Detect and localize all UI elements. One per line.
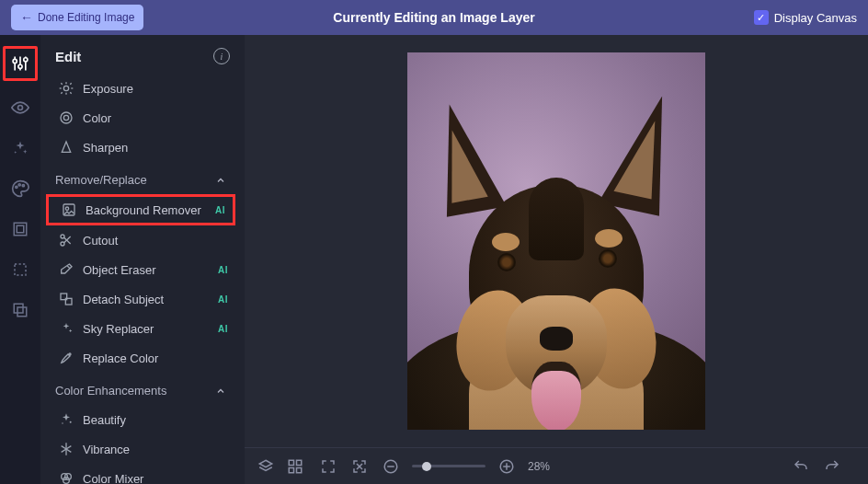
tool-beautify[interactable]: Beautify: [40, 405, 241, 434]
svg-point-29: [61, 242, 64, 246]
svg-point-15: [63, 86, 68, 90]
rail-crop-icon[interactable]: [6, 256, 34, 283]
svg-rect-10: [14, 223, 27, 236]
grid-icon[interactable]: [285, 456, 305, 477]
tool-label: Vibrance: [83, 443, 130, 456]
svg-rect-14: [17, 307, 27, 317]
tool-object-eraser[interactable]: Object Eraser AI: [40, 255, 241, 284]
svg-line-42: [62, 446, 66, 449]
zoom-slider[interactable]: [412, 465, 485, 467]
svg-rect-47: [289, 460, 293, 465]
svg-line-23: [70, 92, 71, 93]
sidebar-header: Edit i: [40, 35, 245, 74]
tool-rail: [0, 35, 40, 484]
tool-label: Beautify: [83, 413, 126, 427]
svg-line-30: [64, 237, 71, 244]
actual-size-icon[interactable]: [349, 456, 370, 477]
ai-badge: AI: [218, 324, 228, 334]
bottom-bar: 28%: [245, 447, 868, 484]
object-eraser-icon: [59, 262, 74, 277]
section-remove-replace[interactable]: Remove/Replace: [40, 162, 241, 194]
display-canvas-toggle[interactable]: ✓ Display Canvas: [754, 10, 857, 25]
canvas-viewport[interactable]: [245, 35, 868, 447]
svg-line-22: [61, 83, 62, 84]
rail-highlight-box: [3, 46, 38, 81]
sharpen-icon: [59, 140, 74, 155]
color-icon: [59, 110, 74, 125]
svg-line-20: [70, 83, 71, 84]
svg-rect-13: [14, 304, 23, 313]
top-bar: ← Done Editing Image Currently Editing a…: [0, 0, 868, 35]
svg-rect-49: [289, 467, 293, 472]
svg-point-25: [63, 115, 68, 120]
beautify-icon: [59, 412, 74, 427]
rail-adjust-icon[interactable]: [6, 50, 34, 77]
tool-exposure[interactable]: Exposure: [40, 74, 241, 103]
zoom-in-icon[interactable]: [497, 456, 517, 477]
fit-screen-icon[interactable]: [318, 456, 338, 477]
display-canvas-label: Display Canvas: [774, 11, 857, 25]
bg-remover-icon: [62, 202, 76, 217]
tool-cutout[interactable]: Cutout: [40, 225, 241, 255]
svg-point-27: [65, 207, 68, 210]
tool-label: Replace Color: [83, 351, 158, 365]
tool-color[interactable]: Color: [40, 103, 241, 133]
tool-label: Sharpen: [83, 141, 128, 155]
layers-icon[interactable]: [256, 456, 276, 477]
svg-point-3: [18, 64, 22, 68]
tool-label: Detach Subject: [83, 293, 164, 306]
vibrance-icon: [59, 442, 74, 456]
svg-point-9: [22, 185, 24, 187]
tool-color-mixer[interactable]: Color Mixer: [40, 464, 241, 484]
tool-label: Exposure: [83, 82, 133, 96]
tool-label: Cutout: [83, 234, 118, 248]
page-title: Currently Editing an Image Layer: [333, 10, 534, 25]
tool-sharpen[interactable]: Sharpen: [40, 133, 241, 162]
svg-point-6: [18, 106, 23, 110]
replace-color-icon: [59, 351, 74, 365]
svg-rect-11: [17, 225, 24, 233]
tool-background-remover[interactable]: Background Remover AI: [46, 194, 235, 225]
svg-rect-12: [15, 264, 26, 275]
exposure-icon: [59, 81, 74, 96]
color-mixer-icon: [59, 471, 74, 484]
section-color-enhancements[interactable]: Color Enhancements: [40, 373, 241, 405]
section-title: Color Enhancements: [55, 384, 166, 398]
done-button-label: Done Editing Image: [38, 11, 134, 24]
rail-intersect-icon[interactable]: [6, 296, 34, 324]
chevron-up-icon: [215, 175, 226, 186]
edit-sidebar: Edit i Exposure Color Sharpen Remove/Rep…: [40, 35, 245, 484]
redo-icon[interactable]: [822, 456, 842, 477]
info-icon[interactable]: i: [213, 48, 230, 64]
svg-point-24: [61, 112, 72, 123]
sky-replacer-icon: [59, 321, 74, 336]
zoom-out-icon[interactable]: [381, 456, 401, 477]
rail-sparkle-icon[interactable]: [6, 134, 34, 162]
ai-badge: AI: [218, 265, 228, 275]
rail-eye-icon[interactable]: [6, 94, 34, 121]
section-title: Remove/Replace: [55, 173, 147, 187]
back-arrow-icon: ←: [20, 10, 33, 25]
rail-palette-icon[interactable]: [6, 175, 34, 202]
sidebar-title: Edit: [55, 49, 81, 64]
rail-frame-icon[interactable]: [6, 215, 34, 243]
zoom-percent: 28%: [528, 460, 550, 473]
svg-marker-46: [259, 460, 272, 467]
tool-label: Color Mixer: [83, 472, 143, 485]
tool-vibrance[interactable]: Vibrance: [40, 434, 241, 464]
svg-point-35: [70, 421, 72, 423]
svg-line-39: [66, 449, 71, 452]
svg-line-31: [64, 236, 71, 243]
tool-sky-replacer[interactable]: Sky Replacer AI: [40, 314, 241, 343]
svg-point-1: [13, 59, 17, 63]
svg-point-7: [16, 186, 17, 188]
tool-label: Object Eraser: [83, 263, 155, 277]
done-editing-button[interactable]: ← Done Editing Image: [11, 5, 143, 30]
chevron-up-icon: [215, 386, 226, 397]
ai-badge: AI: [215, 205, 225, 215]
canvas-image[interactable]: [407, 52, 705, 430]
undo-icon[interactable]: [791, 456, 811, 477]
tool-replace-color[interactable]: Replace Color: [40, 343, 241, 373]
svg-point-36: [62, 422, 63, 423]
tool-detach-subject[interactable]: Detach Subject AI: [40, 284, 241, 314]
